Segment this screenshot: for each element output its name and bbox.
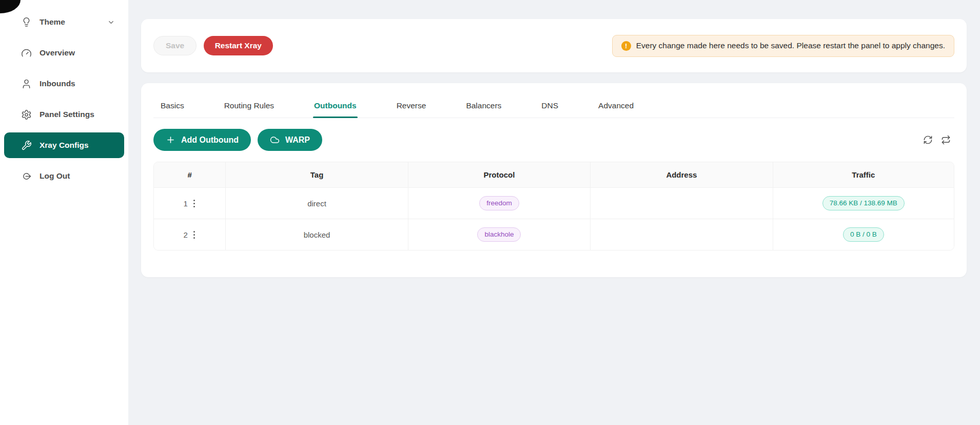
config-tabs: Basics Routing Rules Outbounds Reverse B… (153, 94, 954, 118)
logout-icon (21, 170, 32, 182)
table-toolbar-icons (923, 135, 954, 145)
protocol-badge: freedom (479, 196, 519, 210)
column-header-address: Address (591, 162, 773, 188)
toolbar-buttons: Save Restart Xray (153, 36, 273, 55)
wrench-icon (21, 140, 32, 151)
bulb-icon (21, 16, 32, 28)
user-icon (21, 78, 32, 89)
row-tag-cell: direct (226, 188, 408, 219)
sidebar-item-label: Theme (40, 17, 65, 27)
save-button[interactable]: Save (153, 36, 197, 55)
tab-basics[interactable]: Basics (160, 94, 185, 118)
sidebar-item-xray-configs[interactable]: Xray Configs (4, 132, 124, 158)
tab-outbounds[interactable]: Outbounds (313, 94, 358, 118)
chevron-down-icon[interactable] (107, 18, 115, 26)
sidebar-item-overview[interactable]: Overview (4, 40, 124, 66)
row-menu-icon[interactable] (192, 230, 196, 240)
sidebar-item-label: Inbounds (40, 79, 75, 88)
row-protocol-cell: freedom (408, 188, 591, 219)
row-traffic-cell: 0 B / 0 B (773, 219, 954, 250)
warning-alert-text: Every change made here needs to be saved… (636, 41, 945, 50)
column-header-tag: Tag (226, 162, 408, 188)
sidebar: Theme Overview Inbounds Panel Settings (0, 0, 128, 425)
row-index-cell: 1 (154, 188, 226, 219)
tab-dns[interactable]: DNS (540, 94, 559, 118)
refresh-icon[interactable] (923, 135, 933, 145)
table-row: 1 direct freedom 78.66 KB / 138.69 MB (154, 188, 954, 219)
traffic-badge: 0 B / 0 B (843, 227, 884, 242)
outbounds-actions-row: Add Outbound WARP (153, 129, 954, 151)
warning-alert: ! Every change made here needs to be sav… (612, 35, 954, 57)
tab-advanced[interactable]: Advanced (597, 94, 635, 118)
row-index: 2 (183, 230, 187, 239)
row-menu-icon[interactable] (192, 199, 196, 208)
row-index: 1 (183, 199, 187, 208)
repeat-icon[interactable] (941, 135, 951, 145)
sidebar-item-theme[interactable]: Theme (4, 9, 124, 35)
sidebar-item-label: Xray Configs (40, 141, 89, 150)
restart-xray-button[interactable]: Restart Xray (204, 36, 273, 55)
sidebar-nav: Theme Overview Inbounds Panel Settings (0, 0, 128, 189)
main-content: Save Restart Xray ! Every change made he… (128, 0, 980, 425)
cloud-icon (270, 135, 280, 145)
sidebar-item-inbounds[interactable]: Inbounds (4, 71, 124, 96)
tab-routing-rules[interactable]: Routing Rules (223, 94, 275, 118)
plus-icon (166, 135, 175, 145)
sidebar-item-label: Panel Settings (40, 110, 94, 119)
sidebar-item-panel-settings[interactable]: Panel Settings (4, 102, 124, 127)
sidebar-item-log-out[interactable]: Log Out (4, 163, 124, 189)
row-traffic-cell: 78.66 KB / 138.69 MB (773, 188, 954, 219)
warning-icon: ! (621, 41, 631, 51)
column-header-traffic: Traffic (773, 162, 954, 188)
sidebar-item-label: Overview (40, 48, 75, 57)
tab-balancers[interactable]: Balancers (465, 94, 502, 118)
save-toolbar-card: Save Restart Xray ! Every change made he… (141, 19, 967, 72)
gear-icon (21, 109, 32, 120)
row-address-cell (591, 219, 773, 250)
column-header-protocol: Protocol (408, 162, 591, 188)
row-tag-cell: blocked (226, 219, 408, 250)
row-protocol-cell: blackhole (408, 219, 591, 250)
table-row: 2 blocked blackhole 0 B / 0 B (154, 219, 954, 250)
add-outbound-button[interactable]: Add Outbound (153, 129, 251, 151)
traffic-badge: 78.66 KB / 138.69 MB (822, 196, 905, 210)
row-index-cell: 2 (154, 219, 226, 250)
outbounds-table: # Tag Protocol Address Traffic 1 (153, 162, 954, 250)
warp-button[interactable]: WARP (258, 129, 322, 151)
gauge-icon (21, 47, 32, 59)
sidebar-item-label: Log Out (40, 171, 70, 181)
column-header-index: # (154, 162, 226, 188)
tab-reverse[interactable]: Reverse (396, 94, 427, 118)
table-header-row: # Tag Protocol Address Traffic (154, 162, 954, 188)
row-address-cell (591, 188, 773, 219)
xray-config-card: Basics Routing Rules Outbounds Reverse B… (141, 83, 967, 277)
protocol-badge: blackhole (477, 227, 521, 242)
